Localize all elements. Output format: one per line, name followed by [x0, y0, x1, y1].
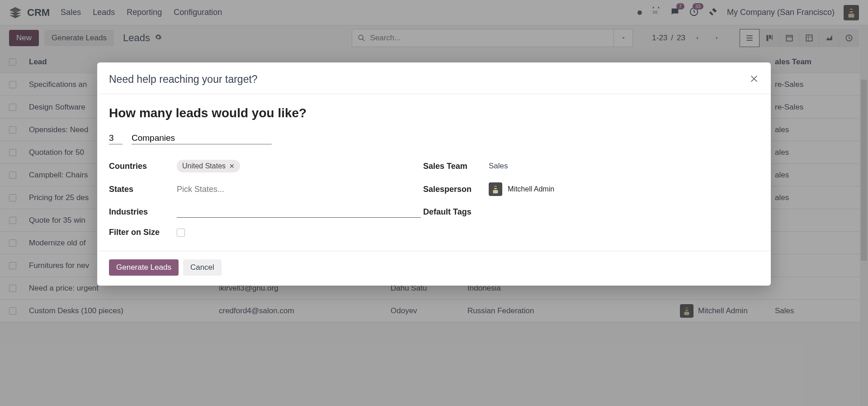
- close-icon: [749, 74, 759, 84]
- label-industries: Industries: [109, 207, 177, 217]
- lead-count-row: [109, 132, 759, 144]
- lead-count-input[interactable]: [109, 132, 123, 144]
- industries-field[interactable]: [177, 206, 421, 218]
- country-tag-label: United States: [182, 162, 226, 170]
- label-salesperson: Salesperson: [423, 185, 489, 194]
- modal-overlay: Need help reaching your target? How many…: [0, 0, 868, 406]
- modal-header: Need help reaching your target?: [97, 62, 771, 94]
- remove-tag-icon[interactable]: ✕: [229, 162, 235, 170]
- modal-form: Countries United States ✕ Sales Team Sal…: [109, 160, 759, 237]
- label-states: States: [109, 185, 177, 194]
- modal-close-button[interactable]: [749, 74, 759, 86]
- svg-rect-21: [493, 190, 498, 193]
- countries-field[interactable]: United States ✕: [177, 160, 423, 172]
- label-filter-size: Filter on Size: [109, 228, 177, 237]
- modal-cancel-button[interactable]: Cancel: [183, 259, 222, 276]
- country-tag: United States ✕: [177, 160, 240, 172]
- modal-footer: Generate Leads Cancel: [97, 251, 771, 286]
- states-field[interactable]: Pick States...: [177, 185, 423, 194]
- label-sales-team: Sales Team: [423, 162, 489, 171]
- sales-team-value[interactable]: Sales: [489, 162, 679, 171]
- generate-leads-modal: Need help reaching your target? How many…: [97, 62, 771, 286]
- filter-size-checkbox[interactable]: [177, 229, 185, 237]
- salesperson-name: Mitchell Admin: [508, 185, 554, 193]
- modal-title: Need help reaching your target?: [109, 73, 258, 86]
- salesperson-avatar: [489, 182, 502, 196]
- label-countries: Countries: [109, 162, 177, 171]
- salesperson-value[interactable]: Mitchell Admin: [489, 182, 679, 196]
- svg-rect-22: [494, 187, 497, 188]
- modal-question: How many leads would you like?: [109, 106, 759, 120]
- lead-type-input[interactable]: [132, 132, 272, 144]
- label-default-tags: Default Tags: [423, 207, 489, 217]
- modal-body: How many leads would you like? Countries…: [97, 94, 771, 251]
- modal-generate-button[interactable]: Generate Leads: [109, 259, 179, 276]
